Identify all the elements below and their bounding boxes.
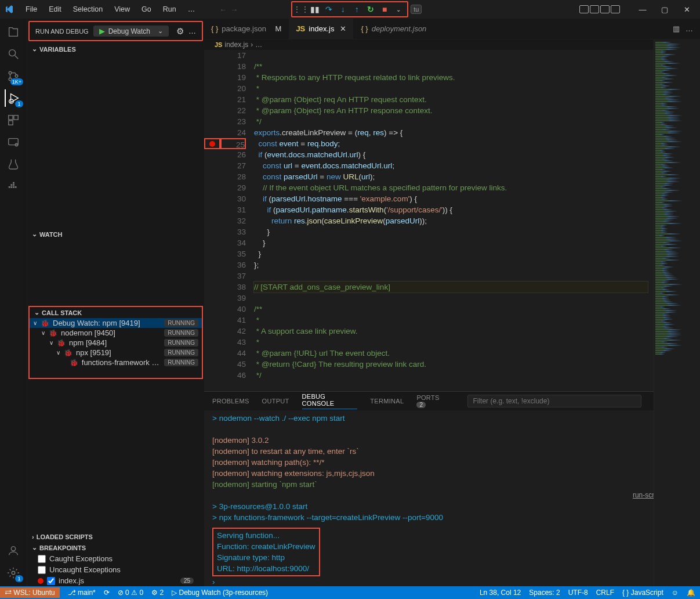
tab-package-json[interactable]: { }package.json M bbox=[204, 19, 289, 39]
cursor-pos[interactable]: Ln 38, Col 12 bbox=[480, 589, 521, 597]
callstack-row[interactable]: ∨🐞nodemon [9450]RUNNING bbox=[30, 328, 202, 338]
more-icon[interactable]: … bbox=[188, 27, 196, 35]
git-branch[interactable]: ⎇ main* bbox=[68, 589, 96, 597]
docker-icon[interactable] bbox=[5, 178, 22, 195]
bp-uncaught[interactable]: Uncaught Exceptions bbox=[27, 564, 204, 575]
account-icon[interactable] bbox=[5, 542, 22, 560]
menu-run[interactable]: Run bbox=[158, 4, 181, 15]
debug-badge: 1 bbox=[15, 100, 23, 107]
callstack-header[interactable]: ⌄CALL STACK bbox=[30, 307, 202, 318]
step-into-icon[interactable]: ↓ bbox=[336, 3, 350, 16]
debug-status[interactable]: ▷ Debug Watch (3p-resources) bbox=[172, 589, 268, 597]
ports-badge: 2 bbox=[416, 402, 426, 408]
problems-status[interactable]: ⊘ 0 ⚠ 0 bbox=[118, 589, 143, 597]
settings-icon[interactable]: 1 bbox=[5, 564, 22, 582]
drag-handle-icon[interactable]: ⋮⋮ bbox=[294, 3, 308, 16]
tab-ports[interactable]: PORTS 2 bbox=[416, 394, 449, 408]
debug-icon[interactable]: 1 bbox=[5, 89, 22, 107]
breakpoints-header[interactable]: ⌄BREAKPOINTS bbox=[27, 542, 204, 553]
nav-arrows: ← → bbox=[219, 5, 238, 14]
settings-badge: 1 bbox=[15, 575, 23, 582]
bp-file-check[interactable] bbox=[47, 577, 55, 585]
tab-problems[interactable]: PROBLEMS bbox=[212, 398, 249, 405]
search-remnant[interactable]: tu bbox=[411, 5, 422, 14]
run-debug-header: RUN AND DEBUG ▶ Debug Watch ⌄ ⚙ … bbox=[28, 21, 203, 41]
run-debug-title: RUN AND DEBUG bbox=[35, 28, 89, 35]
search-icon[interactable] bbox=[5, 45, 22, 63]
serving-output: Serving function... Function: createLink… bbox=[212, 528, 320, 576]
close-window-icon[interactable]: ✕ bbox=[678, 5, 695, 14]
gear-icon[interactable]: ⚙ bbox=[176, 26, 184, 37]
tab-output[interactable]: OUTPUT bbox=[262, 398, 289, 405]
stop-chevron-icon[interactable]: ⌄ bbox=[391, 3, 405, 16]
extensions-icon[interactable] bbox=[5, 111, 22, 129]
menu-overflow[interactable]: … bbox=[183, 4, 200, 15]
play-icon: ▶ bbox=[99, 27, 105, 35]
callstack-row[interactable]: 🐞functions-framework [954…RUNNING bbox=[30, 358, 202, 367]
remote-icon[interactable] bbox=[5, 133, 22, 151]
console-filter-input[interactable] bbox=[467, 395, 641, 407]
js-icon: JS bbox=[296, 24, 305, 33]
ports-status[interactable]: ⚙ 2 bbox=[151, 589, 164, 597]
launch-config-dropdown[interactable]: ▶ Debug Watch ⌄ bbox=[93, 26, 169, 37]
step-out-icon[interactable]: ↑ bbox=[350, 3, 364, 16]
git-sync[interactable]: ⟳ bbox=[104, 589, 110, 597]
callstack-row[interactable]: ∨🐞npx [9519]RUNNING bbox=[30, 348, 202, 358]
menu-edit[interactable]: Edit bbox=[44, 4, 66, 15]
tab-debug-console[interactable]: DEBUG CONSOLE bbox=[302, 393, 358, 409]
bp-uncaught-check[interactable] bbox=[38, 566, 46, 574]
breadcrumb[interactable]: JS index.js › … bbox=[204, 39, 700, 50]
tab-terminal[interactable]: TERMINAL bbox=[370, 398, 404, 405]
json-icon: { } bbox=[211, 24, 218, 33]
vscode-logo-icon bbox=[5, 5, 14, 14]
lang-status[interactable]: { } JavaScript bbox=[622, 589, 663, 597]
modified-indicator: M bbox=[275, 24, 282, 33]
watch-header[interactable]: ⌄WATCH bbox=[27, 229, 204, 240]
split-icon[interactable]: ▥ bbox=[673, 24, 680, 33]
bp-caught[interactable]: Caught Exceptions bbox=[27, 553, 204, 564]
explorer-icon[interactable] bbox=[5, 23, 22, 41]
tab-more-icon[interactable]: … bbox=[686, 24, 693, 33]
callstack-row[interactable]: ∨🐞Debug Watch: npm [9419]RUNNING bbox=[30, 318, 202, 328]
nav-back-icon[interactable]: ← bbox=[219, 5, 227, 14]
feedback-icon[interactable]: ☺ bbox=[672, 589, 679, 597]
bell-icon[interactable]: 🔔 bbox=[687, 589, 695, 597]
tab-index-js[interactable]: JSindex.js✕ bbox=[289, 19, 354, 39]
stop-icon[interactable]: ■ bbox=[378, 3, 391, 16]
tab-close-icon[interactable]: ✕ bbox=[340, 24, 346, 33]
chevron-down-icon: ⌄ bbox=[158, 27, 163, 35]
eol-status[interactable]: CRLF bbox=[596, 589, 614, 597]
menu-go[interactable]: Go bbox=[137, 4, 156, 15]
editor-tabs: { }package.json M JSindex.js✕ { }deploym… bbox=[204, 19, 700, 39]
console-line bbox=[212, 424, 692, 435]
maximize-icon[interactable]: ▢ bbox=[656, 5, 673, 14]
testing-icon[interactable] bbox=[5, 156, 22, 173]
callstack-row[interactable]: ∨🐞npm [9484]RUNNING bbox=[30, 338, 202, 348]
nav-fwd-icon[interactable]: → bbox=[230, 5, 238, 14]
variables-header[interactable]: ⌄VARIABLES bbox=[27, 44, 204, 55]
callstack-section: ⌄CALL STACK ∨🐞Debug Watch: npm [9419]RUN… bbox=[28, 306, 203, 379]
menu-view[interactable]: View bbox=[110, 4, 135, 15]
menu-file[interactable]: File bbox=[21, 4, 42, 15]
code-editor[interactable]: 1718192021222324252627282930313233343536… bbox=[204, 50, 700, 391]
tab-deployment-json[interactable]: { }deployment.json bbox=[354, 19, 434, 39]
debug-console[interactable]: > nodemon --watch ./ --exec npm start [n… bbox=[204, 410, 700, 586]
bp-caught-check[interactable] bbox=[38, 555, 46, 563]
pause-icon[interactable]: ▮▮ bbox=[308, 3, 322, 16]
remote-indicator[interactable]: ⮂ WSL: Ubuntu bbox=[0, 587, 60, 598]
menu-selection[interactable]: Selection bbox=[68, 4, 107, 15]
restart-icon[interactable]: ↻ bbox=[364, 3, 378, 16]
panel-tabs: PROBLEMS OUTPUT DEBUG CONSOLE TERMINAL P… bbox=[204, 392, 700, 410]
scm-icon[interactable]: 1K+ bbox=[5, 67, 22, 85]
bp-file[interactable]: index.js25 bbox=[27, 575, 204, 586]
minimize-icon[interactable]: — bbox=[634, 5, 651, 14]
loaded-scripts-header[interactable]: ›LOADED SCRIPTS bbox=[27, 532, 204, 542]
layout-icons[interactable] bbox=[579, 5, 620, 13]
indent-status[interactable]: Spaces: 2 bbox=[529, 589, 560, 597]
encoding-status[interactable]: UTF-8 bbox=[568, 589, 588, 597]
layout-4-icon bbox=[611, 5, 620, 13]
console-line: run-script-pkg.js:64 bbox=[212, 490, 692, 501]
layout-3-icon bbox=[600, 5, 610, 13]
step-over-icon[interactable]: ↷ bbox=[322, 3, 336, 16]
minimap[interactable] bbox=[654, 39, 700, 586]
